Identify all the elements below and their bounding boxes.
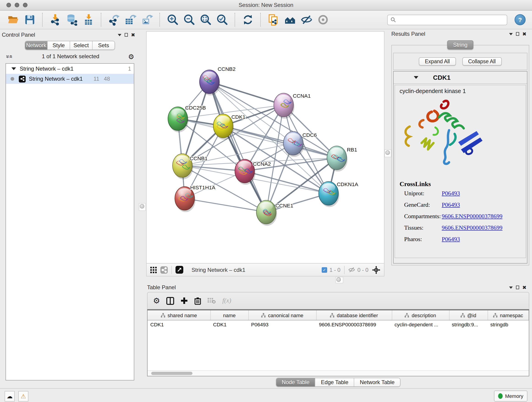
column-header[interactable]: shared name <box>147 310 210 320</box>
column-header[interactable]: description <box>392 310 449 320</box>
network-node-CCNA2[interactable] <box>235 159 255 185</box>
search-input[interactable] <box>398 17 504 23</box>
show-columns-icon[interactable] <box>167 297 174 305</box>
pan-crosshair-icon[interactable] <box>372 266 380 274</box>
network-node-CDC6[interactable] <box>283 131 304 157</box>
network-share-icon[interactable] <box>160 266 168 274</box>
cloud-status-button[interactable]: ☁ <box>5 391 15 401</box>
network-node-CCNB2[interactable] <box>200 70 220 95</box>
network-canvas[interactable]: CCNB2CCNA1CDC25BCDK1CDC6RB1CCNB1CCNA2CDK… <box>146 31 385 264</box>
table-options-gear-icon[interactable]: ⚙ <box>153 297 160 305</box>
network-node-RB1[interactable] <box>327 146 348 172</box>
column-header[interactable]: canonical name <box>248 310 316 320</box>
panel-float-icon[interactable] <box>125 33 128 37</box>
column-header[interactable]: @id <box>449 310 488 320</box>
tab-string[interactable]: String <box>447 40 474 50</box>
splitter-handle[interactable] <box>385 150 390 155</box>
network-node-CDK1[interactable] <box>213 114 234 140</box>
cell-namespace[interactable]: stringdb <box>488 320 529 328</box>
export-network-icon[interactable] <box>108 14 120 26</box>
network-graph[interactable]: CCNB2CCNA1CDC25BCDK1CDC6RB1CCNB1CCNA2CDK… <box>147 32 384 263</box>
panel-close-icon[interactable]: ✖ <box>131 32 135 37</box>
gene-disclosure-icon[interactable] <box>414 76 418 79</box>
column-header[interactable]: name <box>210 310 248 320</box>
scrollbar-thumb[interactable] <box>151 372 192 375</box>
network-node-CCNE1[interactable] <box>256 200 277 226</box>
warnings-button[interactable]: ⚠ <box>18 391 28 401</box>
panel-close-icon[interactable]: ✖ <box>522 285 526 290</box>
memory-button[interactable]: Memory <box>494 390 527 402</box>
save-session-icon[interactable] <box>24 14 36 26</box>
search-field[interactable] <box>387 14 507 25</box>
pharos-link[interactable]: P06493 <box>442 236 460 243</box>
network-options-gear-icon[interactable]: ⚙ <box>128 53 134 60</box>
zoom-selected-icon[interactable] <box>216 14 228 26</box>
tab-select[interactable]: Select <box>70 41 93 50</box>
cell-id[interactable]: stringdb:9... <box>449 320 488 328</box>
compartments-link[interactable]: 9606.ENSP00000378699 <box>442 213 502 220</box>
column-header[interactable]: namespac <box>488 310 529 320</box>
hide-selected-eye-slash-icon[interactable] <box>301 14 312 26</box>
zoom-out-icon[interactable] <box>183 14 195 26</box>
panel-menu-icon[interactable] <box>118 34 121 36</box>
show-all-eye-icon[interactable] <box>317 14 329 26</box>
selected-checkbox-icon[interactable]: ✓ <box>322 267 327 273</box>
import-table-icon[interactable] <box>82 14 94 26</box>
open-session-icon[interactable] <box>7 14 19 26</box>
collapse-all-button[interactable]: Collapse All <box>462 57 501 65</box>
import-network-from-database-icon[interactable] <box>66 14 78 26</box>
expand-all-networks-icon[interactable]: « <box>8 55 14 58</box>
column-header[interactable]: database identifier <box>316 310 392 320</box>
delete-column-trash-icon[interactable] <box>195 297 201 305</box>
crosslinks-title: CrossLinks <box>399 181 522 188</box>
splitter-handle[interactable] <box>336 277 341 282</box>
tab-style[interactable]: Style <box>48 41 70 50</box>
birds-eye-view-icon[interactable] <box>176 266 183 274</box>
create-column-plus-icon[interactable] <box>181 297 188 304</box>
genecard-link[interactable]: P06493 <box>442 201 460 209</box>
import-network-icon[interactable] <box>50 14 61 26</box>
collection-disclosure-icon[interactable] <box>12 67 16 70</box>
tab-network[interactable]: Network <box>25 41 48 50</box>
panel-float-icon[interactable] <box>516 32 519 36</box>
export-image-icon[interactable] <box>141 14 153 26</box>
network-collection-row[interactable]: String Network – cdk1 1 <box>6 64 134 74</box>
cell-description[interactable]: cyclin-dependent ... <box>392 320 449 328</box>
zoom-fit-icon[interactable] <box>200 14 212 26</box>
network-edge[interactable] <box>209 82 266 212</box>
uniprot-link[interactable]: P06493 <box>442 190 460 197</box>
tab-sets[interactable]: Sets <box>93 41 114 50</box>
string-import-icon[interactable] <box>268 14 279 26</box>
export-table-icon[interactable] <box>125 14 137 26</box>
help-button[interactable]: ? <box>515 14 526 25</box>
expand-all-button[interactable]: Expand All <box>419 57 456 65</box>
vertical-splitter-left[interactable] <box>138 29 146 388</box>
splitter-handle[interactable] <box>139 204 144 209</box>
gene-header[interactable]: CDK1 <box>394 71 527 84</box>
horizontal-splitter[interactable] <box>146 276 532 283</box>
grid-view-icon[interactable] <box>150 267 157 273</box>
group-annotations-icon[interactable] <box>284 14 296 26</box>
network-node-CCNA1[interactable] <box>274 93 294 119</box>
tab-edge-table[interactable]: Edge Table <box>316 378 355 386</box>
panel-menu-icon[interactable] <box>509 33 513 35</box>
panel-float-icon[interactable] <box>516 286 519 289</box>
table-row[interactable]: CDK1 CDK1 P06493 9606.ENSP00000378699 cy… <box>147 320 529 328</box>
panel-menu-icon[interactable] <box>509 286 513 288</box>
table-horizontal-scrollbar[interactable] <box>147 370 529 376</box>
cell-shared-name[interactable]: CDK1 <box>147 320 210 328</box>
cell-database-identifier[interactable]: 9606.ENSP00000378699 <box>316 320 392 328</box>
tab-node-table[interactable]: Node Table <box>276 378 316 386</box>
network-node-CDKN1A[interactable] <box>319 182 339 207</box>
tissues-link[interactable]: 9606.ENSP00000378699 <box>442 224 502 231</box>
network-edge[interactable] <box>209 82 284 105</box>
network-row[interactable]: String Network – cdk1 11 48 <box>6 74 134 84</box>
network-edge[interactable] <box>178 119 337 158</box>
zoom-in-icon[interactable] <box>167 14 179 26</box>
tab-network-table[interactable]: Network Table <box>355 378 400 386</box>
refresh-icon[interactable] <box>242 14 254 26</box>
cell-name[interactable]: CDK1 <box>210 320 248 328</box>
panel-close-icon[interactable]: ✖ <box>522 32 526 36</box>
cell-canonical-name[interactable]: P06493 <box>248 320 316 328</box>
vertical-splitter-right[interactable] <box>385 29 390 276</box>
